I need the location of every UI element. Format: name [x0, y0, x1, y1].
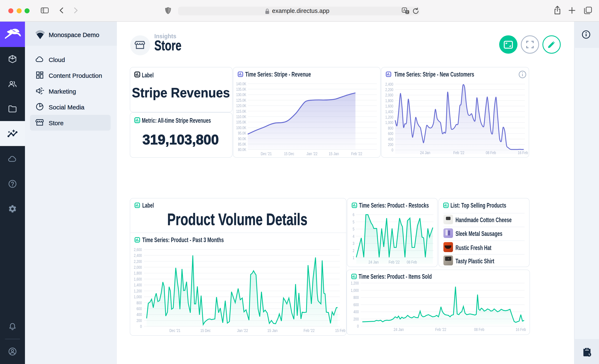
svg-text:1,400: 1,400: [134, 283, 142, 287]
svg-text:2,200: 2,200: [385, 87, 393, 92]
svg-text:6: 6: [352, 212, 354, 217]
svg-text:115.0K: 115.0K: [236, 109, 246, 113]
svg-text:1,600: 1,600: [134, 277, 142, 281]
svg-text:135.0K: 135.0K: [236, 87, 246, 91]
svg-text:600: 600: [136, 306, 142, 311]
svg-text:Jan '22: Jan '22: [306, 151, 317, 156]
svg-text:Time Series: Product - Restock: Time Series: Product - Restocks: [359, 202, 429, 209]
svg-text:2,400: 2,400: [385, 81, 393, 86]
svg-text:0: 0: [357, 324, 359, 328]
svg-text:Time Series: Product - Past 3: Time Series: Product - Past 3 Months: [142, 236, 224, 244]
svg-text:15 Feb: 15 Feb: [335, 328, 345, 333]
svg-text:Time Series: Product - Items S: Time Series: Product - Items Sold: [359, 273, 432, 280]
svg-text:600: 600: [353, 302, 359, 307]
svg-text:400: 400: [353, 309, 359, 314]
svg-text:15 Dec: 15 Dec: [284, 151, 294, 156]
svg-text:800: 800: [388, 125, 393, 130]
svg-text:95.0K: 95.0K: [238, 130, 246, 135]
svg-text:2,000: 2,000: [134, 265, 142, 270]
svg-text:800: 800: [353, 295, 359, 300]
svg-text:Feb '22: Feb '22: [303, 328, 314, 333]
svg-text:文: 文: [406, 10, 409, 14]
svg-text:1,000: 1,000: [134, 294, 142, 299]
svg-text:100.0K: 100.0K: [236, 125, 246, 130]
svg-text:1: 1: [352, 255, 354, 260]
svg-text:1,800: 1,800: [134, 271, 142, 275]
svg-text:1,800: 1,800: [385, 98, 393, 103]
svg-text:105.0K: 105.0K: [236, 119, 246, 124]
svg-text:Dec '21: Dec '21: [260, 151, 271, 156]
svg-text:110.0K: 110.0K: [236, 114, 246, 119]
svg-text:5: 5: [352, 227, 354, 231]
svg-text:Label: Label: [142, 202, 154, 209]
svg-text:2,200: 2,200: [134, 259, 142, 264]
svg-text:Time Series: Stripe - New Cust: Time Series: Stripe - New Customers: [394, 70, 474, 78]
svg-text:200: 200: [353, 317, 359, 321]
svg-text:200: 200: [136, 318, 142, 323]
svg-text:90.0K: 90.0K: [238, 136, 246, 141]
svg-text:List: Top Selling Products: List: Top Selling Products: [450, 202, 506, 209]
svg-text:600: 600: [388, 131, 393, 136]
svg-text:125.0K: 125.0K: [236, 98, 246, 102]
svg-text:15 Dec: 15 Dec: [200, 328, 210, 333]
svg-text:4: 4: [352, 234, 354, 239]
svg-text:0: 0: [391, 147, 393, 152]
svg-text:120.0K: 120.0K: [236, 103, 246, 108]
svg-text:0: 0: [140, 324, 142, 329]
svg-text:800: 800: [136, 300, 142, 305]
svg-text:Time Series: Stripe - Revenue: Time Series: Stripe - Revenue: [245, 70, 311, 78]
svg-text:1,200: 1,200: [351, 281, 359, 285]
svg-text:15 Jan: 15 Jan: [328, 151, 339, 156]
svg-text:1,600: 1,600: [385, 103, 393, 108]
svg-text:400: 400: [136, 312, 142, 317]
svg-text:1,200: 1,200: [385, 114, 393, 119]
svg-text:08 Feb: 08 Feb: [474, 327, 484, 332]
svg-text:16 Feb: 16 Feb: [516, 327, 526, 332]
svg-text:15 Jan: 15 Jan: [267, 328, 277, 333]
svg-text:Product Volume Details: Product Volume Details: [167, 210, 307, 229]
svg-text:Feb '22: Feb '22: [435, 327, 446, 332]
svg-text:Jan '22: Jan '22: [237, 328, 248, 333]
svg-text:140.0K: 140.0K: [236, 81, 246, 86]
svg-text:2,400: 2,400: [134, 253, 142, 258]
svg-text:2: 2: [352, 248, 354, 253]
svg-text:1,400: 1,400: [385, 109, 393, 114]
svg-text:130.0K: 130.0K: [236, 92, 246, 97]
svg-text:2,000: 2,000: [385, 92, 393, 97]
svg-text:3: 3: [352, 241, 354, 246]
svg-text:80.0K: 80.0K: [238, 147, 246, 152]
svg-text:85.0K: 85.0K: [238, 142, 246, 146]
svg-text:Dec '21: Dec '21: [169, 328, 180, 333]
svg-text:1,200: 1,200: [134, 288, 142, 293]
svg-text:A: A: [403, 8, 405, 12]
svg-text:5: 5: [352, 219, 354, 224]
svg-text:24 Jan: 24 Jan: [394, 327, 404, 332]
svg-text:2,600: 2,600: [134, 247, 142, 252]
svg-text:Feb '22: Feb '22: [351, 151, 362, 156]
svg-text:1,000: 1,000: [385, 120, 393, 124]
svg-text:400: 400: [388, 136, 393, 141]
svg-text:1,000: 1,000: [351, 288, 359, 293]
svg-text:200: 200: [388, 142, 393, 147]
